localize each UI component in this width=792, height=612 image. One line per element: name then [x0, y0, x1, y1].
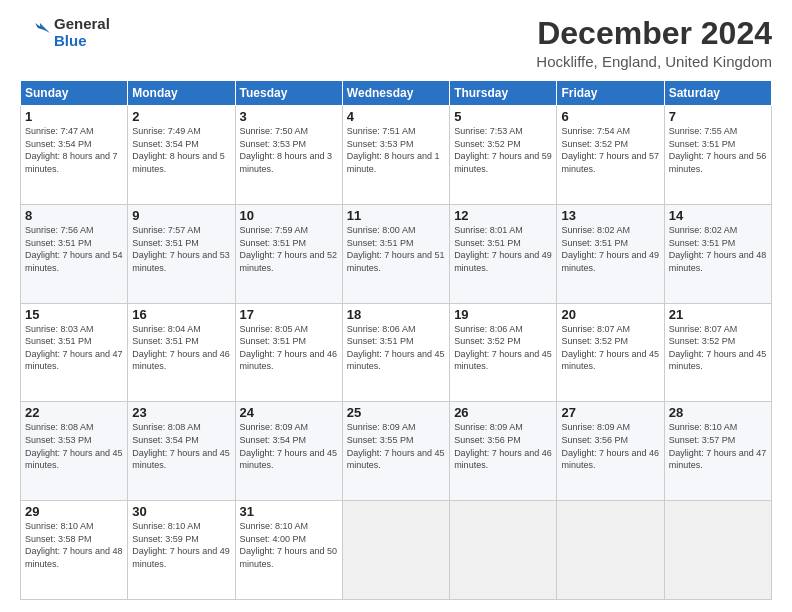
header-thursday: Thursday	[450, 81, 557, 106]
day-number: 1	[25, 109, 123, 124]
calendar-body: 1Sunrise: 7:47 AMSunset: 3:54 PMDaylight…	[21, 106, 772, 600]
calendar-cell: 27Sunrise: 8:09 AMSunset: 3:56 PMDayligh…	[557, 402, 664, 501]
header-row: Sunday Monday Tuesday Wednesday Thursday…	[21, 81, 772, 106]
calendar-cell: 18Sunrise: 8:06 AMSunset: 3:51 PMDayligh…	[342, 303, 449, 402]
day-number: 16	[132, 307, 230, 322]
day-detail: Sunrise: 7:50 AMSunset: 3:53 PMDaylight:…	[240, 126, 333, 174]
day-detail: Sunrise: 8:02 AMSunset: 3:51 PMDaylight:…	[669, 225, 767, 273]
day-detail: Sunrise: 8:02 AMSunset: 3:51 PMDaylight:…	[561, 225, 659, 273]
day-number: 9	[132, 208, 230, 223]
day-detail: Sunrise: 7:59 AMSunset: 3:51 PMDaylight:…	[240, 225, 338, 273]
day-detail: Sunrise: 8:10 AMSunset: 3:57 PMDaylight:…	[669, 422, 767, 470]
week-row-4: 22Sunrise: 8:08 AMSunset: 3:53 PMDayligh…	[21, 402, 772, 501]
day-number: 11	[347, 208, 445, 223]
day-number: 6	[561, 109, 659, 124]
header-tuesday: Tuesday	[235, 81, 342, 106]
page: General Blue December 2024 Hockliffe, En…	[0, 0, 792, 612]
logo-icon	[20, 18, 50, 48]
calendar-cell: 17Sunrise: 8:05 AMSunset: 3:51 PMDayligh…	[235, 303, 342, 402]
day-number: 8	[25, 208, 123, 223]
header-monday: Monday	[128, 81, 235, 106]
calendar-cell	[450, 501, 557, 600]
day-number: 10	[240, 208, 338, 223]
day-number: 3	[240, 109, 338, 124]
day-detail: Sunrise: 8:05 AMSunset: 3:51 PMDaylight:…	[240, 324, 338, 372]
day-number: 18	[347, 307, 445, 322]
calendar-cell: 10Sunrise: 7:59 AMSunset: 3:51 PMDayligh…	[235, 204, 342, 303]
week-row-2: 8Sunrise: 7:56 AMSunset: 3:51 PMDaylight…	[21, 204, 772, 303]
logo-text: General Blue	[54, 16, 110, 49]
day-detail: Sunrise: 8:01 AMSunset: 3:51 PMDaylight:…	[454, 225, 552, 273]
day-number: 2	[132, 109, 230, 124]
calendar-cell: 25Sunrise: 8:09 AMSunset: 3:55 PMDayligh…	[342, 402, 449, 501]
day-number: 21	[669, 307, 767, 322]
day-detail: Sunrise: 7:53 AMSunset: 3:52 PMDaylight:…	[454, 126, 552, 174]
day-detail: Sunrise: 8:06 AMSunset: 3:51 PMDaylight:…	[347, 324, 445, 372]
calendar-cell: 20Sunrise: 8:07 AMSunset: 3:52 PMDayligh…	[557, 303, 664, 402]
calendar-cell: 5Sunrise: 7:53 AMSunset: 3:52 PMDaylight…	[450, 106, 557, 205]
calendar-cell: 6Sunrise: 7:54 AMSunset: 3:52 PMDaylight…	[557, 106, 664, 205]
calendar-cell: 4Sunrise: 7:51 AMSunset: 3:53 PMDaylight…	[342, 106, 449, 205]
day-number: 28	[669, 405, 767, 420]
day-detail: Sunrise: 8:10 AMSunset: 4:00 PMDaylight:…	[240, 521, 338, 569]
day-detail: Sunrise: 7:49 AMSunset: 3:54 PMDaylight:…	[132, 126, 225, 174]
week-row-3: 15Sunrise: 8:03 AMSunset: 3:51 PMDayligh…	[21, 303, 772, 402]
calendar-cell: 13Sunrise: 8:02 AMSunset: 3:51 PMDayligh…	[557, 204, 664, 303]
day-number: 14	[669, 208, 767, 223]
calendar-cell: 21Sunrise: 8:07 AMSunset: 3:52 PMDayligh…	[664, 303, 771, 402]
day-number: 20	[561, 307, 659, 322]
header-wednesday: Wednesday	[342, 81, 449, 106]
day-detail: Sunrise: 8:06 AMSunset: 3:52 PMDaylight:…	[454, 324, 552, 372]
day-detail: Sunrise: 8:10 AMSunset: 3:58 PMDaylight:…	[25, 521, 123, 569]
day-detail: Sunrise: 8:04 AMSunset: 3:51 PMDaylight:…	[132, 324, 230, 372]
calendar-cell: 24Sunrise: 8:09 AMSunset: 3:54 PMDayligh…	[235, 402, 342, 501]
calendar-cell: 22Sunrise: 8:08 AMSunset: 3:53 PMDayligh…	[21, 402, 128, 501]
calendar-cell: 12Sunrise: 8:01 AMSunset: 3:51 PMDayligh…	[450, 204, 557, 303]
calendar-subtitle: Hockliffe, England, United Kingdom	[536, 53, 772, 70]
calendar-cell: 8Sunrise: 7:56 AMSunset: 3:51 PMDaylight…	[21, 204, 128, 303]
calendar-cell: 29Sunrise: 8:10 AMSunset: 3:58 PMDayligh…	[21, 501, 128, 600]
day-number: 13	[561, 208, 659, 223]
day-number: 12	[454, 208, 552, 223]
calendar-cell: 11Sunrise: 8:00 AMSunset: 3:51 PMDayligh…	[342, 204, 449, 303]
day-number: 17	[240, 307, 338, 322]
day-number: 31	[240, 504, 338, 519]
calendar-cell: 2Sunrise: 7:49 AMSunset: 3:54 PMDaylight…	[128, 106, 235, 205]
header-saturday: Saturday	[664, 81, 771, 106]
day-number: 15	[25, 307, 123, 322]
calendar-cell: 16Sunrise: 8:04 AMSunset: 3:51 PMDayligh…	[128, 303, 235, 402]
logo: General Blue	[20, 16, 110, 49]
day-detail: Sunrise: 7:55 AMSunset: 3:51 PMDaylight:…	[669, 126, 767, 174]
calendar-cell	[342, 501, 449, 600]
day-detail: Sunrise: 7:47 AMSunset: 3:54 PMDaylight:…	[25, 126, 118, 174]
day-detail: Sunrise: 8:09 AMSunset: 3:55 PMDaylight:…	[347, 422, 445, 470]
title-block: December 2024 Hockliffe, England, United…	[536, 16, 772, 70]
calendar-cell: 23Sunrise: 8:08 AMSunset: 3:54 PMDayligh…	[128, 402, 235, 501]
day-number: 19	[454, 307, 552, 322]
day-detail: Sunrise: 8:08 AMSunset: 3:53 PMDaylight:…	[25, 422, 123, 470]
day-number: 4	[347, 109, 445, 124]
day-detail: Sunrise: 8:07 AMSunset: 3:52 PMDaylight:…	[669, 324, 767, 372]
day-number: 25	[347, 405, 445, 420]
calendar-title: December 2024	[536, 16, 772, 51]
day-detail: Sunrise: 8:09 AMSunset: 3:56 PMDaylight:…	[454, 422, 552, 470]
calendar-cell: 30Sunrise: 8:10 AMSunset: 3:59 PMDayligh…	[128, 501, 235, 600]
header-friday: Friday	[557, 81, 664, 106]
calendar-cell	[664, 501, 771, 600]
calendar-cell: 1Sunrise: 7:47 AMSunset: 3:54 PMDaylight…	[21, 106, 128, 205]
calendar-cell: 19Sunrise: 8:06 AMSunset: 3:52 PMDayligh…	[450, 303, 557, 402]
logo-general-label: General	[54, 16, 110, 33]
week-row-1: 1Sunrise: 7:47 AMSunset: 3:54 PMDaylight…	[21, 106, 772, 205]
header-sunday: Sunday	[21, 81, 128, 106]
calendar-cell: 14Sunrise: 8:02 AMSunset: 3:51 PMDayligh…	[664, 204, 771, 303]
calendar-cell: 26Sunrise: 8:09 AMSunset: 3:56 PMDayligh…	[450, 402, 557, 501]
day-number: 22	[25, 405, 123, 420]
calendar-cell: 9Sunrise: 7:57 AMSunset: 3:51 PMDaylight…	[128, 204, 235, 303]
calendar-cell: 31Sunrise: 8:10 AMSunset: 4:00 PMDayligh…	[235, 501, 342, 600]
calendar-cell: 7Sunrise: 7:55 AMSunset: 3:51 PMDaylight…	[664, 106, 771, 205]
calendar-header: Sunday Monday Tuesday Wednesday Thursday…	[21, 81, 772, 106]
day-detail: Sunrise: 7:54 AMSunset: 3:52 PMDaylight:…	[561, 126, 659, 174]
header: General Blue December 2024 Hockliffe, En…	[20, 16, 772, 70]
day-number: 5	[454, 109, 552, 124]
calendar-table: Sunday Monday Tuesday Wednesday Thursday…	[20, 80, 772, 600]
